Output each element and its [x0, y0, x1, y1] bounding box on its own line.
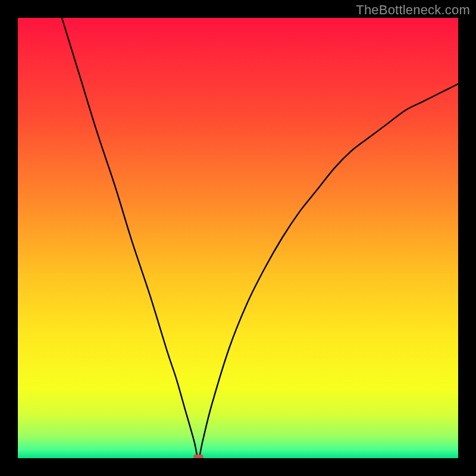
bottleneck-chart: [18, 18, 458, 458]
optimal-marker: [193, 455, 203, 458]
watermark-text: TheBottleneck.com: [356, 2, 470, 18]
plot-area: [18, 18, 458, 458]
chart-frame: TheBottleneck.com: [0, 0, 476, 476]
gradient-background: [18, 18, 458, 458]
